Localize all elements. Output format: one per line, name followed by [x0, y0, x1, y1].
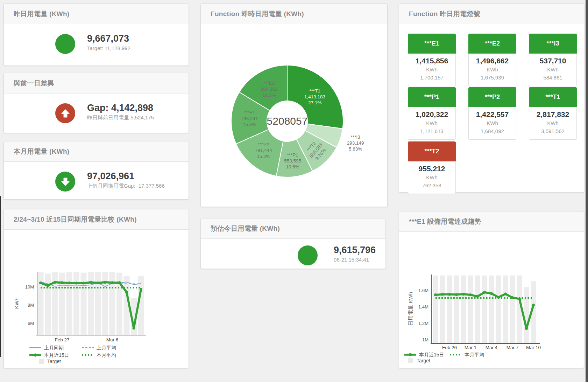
- panel-15day-comparison-chart: 2/24~3/10 近15日同期用電量比較 (KWh) 6M8M10MFeb 2…: [3, 209, 189, 368]
- x-tick-label: Mar 4: [486, 345, 498, 350]
- y-tick-label: 10M: [25, 284, 34, 290]
- tile-value: 537,710: [529, 56, 576, 65]
- stat-value: 9,615,796: [334, 245, 376, 255]
- status-dot-icon: [298, 245, 318, 265]
- series-point: [90, 281, 92, 284]
- tile-value: 955,212: [408, 164, 455, 173]
- tile-unit: KWh: [469, 65, 516, 74]
- legend-label: 本月近15日: [419, 352, 444, 357]
- panel-header: 2/24~3/10 近15日同期用電量比較 (KWh): [4, 209, 189, 230]
- legend-item[interactable]: 本月近15日: [404, 352, 444, 357]
- x-tick-label: Feb 26: [442, 345, 457, 350]
- window-edge: [0, 196, 1, 357]
- y-tick-label: 8M: [28, 303, 34, 308]
- tile-target: 1,700,157: [408, 74, 455, 82]
- dashboard: 昨日用電量 (KWh) 9,667,073 Target: 11,128,992…: [0, 0, 588, 382]
- tile-target: 1,684,092: [469, 127, 516, 135]
- panel-header: 昨日用電量 (KWh): [4, 4, 189, 24]
- tile-unit: KWh: [408, 65, 455, 74]
- tile-body: 2,817,832KWh3,591,562: [529, 107, 576, 139]
- e1-trend-line-chart: 1M1.2M1.4M1.6MFeb 26Mar 1Mar 4Mar 7Mar 1…: [399, 233, 584, 369]
- tile-target: 1,121,613: [408, 127, 455, 135]
- stat-value: Gap: 4,142,898: [87, 103, 154, 113]
- series-point: [504, 293, 507, 296]
- x-tick-label: Feb 27: [55, 337, 69, 342]
- legend-label: 上月平均: [97, 345, 116, 350]
- status-light-tile: ***P21,422,557KWh1,684,092: [468, 87, 516, 140]
- series-point: [75, 282, 78, 285]
- series-point: [497, 296, 500, 299]
- status-light-tile: ***T12,817,832KWh3,591,562: [529, 87, 577, 140]
- tile-unit: KWh: [469, 119, 516, 127]
- legend-item[interactable]: 本月平均: [82, 352, 116, 358]
- status-light-tile: ***T2955,212KWh762,358: [408, 141, 456, 194]
- y-tick-label: 1.6M: [418, 288, 428, 293]
- tile-body: 1,496,662KWh1,675,939: [469, 54, 516, 86]
- status-light-tile: ***I3537,710KWh584,861: [529, 34, 577, 86]
- panel-header: 與前一日差異: [4, 73, 189, 93]
- series-point: [47, 284, 49, 287]
- status-dot-icon: [55, 34, 75, 54]
- y-tick-label: 6M: [28, 321, 34, 326]
- status-light-tile: ***E11,415,856KWh1,700,157: [408, 34, 456, 86]
- panel-title: 本月用電量 (KWh): [14, 147, 70, 156]
- target-bar: [433, 276, 438, 343]
- tile-value: 1,020,322: [408, 110, 455, 119]
- series-point: [104, 281, 107, 284]
- series-point: [518, 298, 521, 300]
- target-bar: [510, 276, 515, 343]
- series-point: [469, 293, 472, 296]
- tile-unit: KWh: [529, 119, 576, 127]
- target-bar: [454, 276, 459, 343]
- tile-status-header: ***E2: [468, 34, 516, 54]
- panel-day-gap: 與前一日差異 Gap: 4,142,898 昨日與前日用電量 5,524,175: [3, 73, 189, 133]
- tile-value: 1,422,557: [469, 110, 516, 119]
- target-bar: [45, 273, 51, 335]
- series-point: [82, 282, 85, 285]
- legend-item[interactable]: 上月同期: [29, 345, 64, 350]
- series-point: [125, 291, 128, 294]
- target-bar: [440, 276, 445, 343]
- scrollbar[interactable]: [586, 0, 588, 382]
- legend-item[interactable]: 本月平均: [450, 352, 484, 357]
- panel-today-estimate: 預估今日用電量 (KWh) 9,615,796 06-21 15:34:41: [200, 218, 386, 269]
- panel-title: 預估今日用電量 (KWh): [211, 224, 280, 233]
- series-point: [476, 295, 479, 298]
- panel-realtime-donut: Function 即時日用電量 (KWh) ***T11,413,18327.1…: [200, 4, 388, 207]
- target-bar: [475, 276, 480, 343]
- arrow-up-icon: [55, 103, 75, 123]
- donut-center-total: 5208057: [267, 115, 308, 127]
- series-point: [490, 292, 493, 295]
- realtime-donut-chart: ***T11,413,18327.1%***I3293,1495.63%***T…: [201, 28, 387, 207]
- tile-target: 1,675,939: [469, 74, 516, 82]
- target-bar: [489, 276, 494, 343]
- stat-value: 9,667,073: [87, 33, 130, 44]
- series-point: [39, 282, 42, 284]
- tile-body: 537,710KWh584,861: [529, 54, 576, 86]
- target-bar: [468, 276, 473, 343]
- legend-item[interactable]: Target: [39, 359, 61, 364]
- panel-header: Function 即時日用電量 (KWh): [201, 4, 387, 24]
- donut-slice-label: ***I3293,1495.63%: [347, 134, 364, 152]
- series-point: [448, 293, 451, 296]
- series-point: [97, 282, 99, 284]
- tile-status-header: ***T2: [408, 141, 456, 161]
- stat-subtitle: 上個月同期用電Gap: -17,377,566: [87, 183, 165, 189]
- legend-item[interactable]: Target: [408, 358, 430, 363]
- legend-item[interactable]: 本月近15日: [29, 352, 69, 358]
- x-tick-label: Mar 7: [506, 345, 519, 350]
- panel-header: 預估今日用電量 (KWh): [201, 218, 385, 239]
- y-tick-label: 1.2M: [418, 321, 428, 326]
- legend-item[interactable]: 上月平均: [82, 345, 116, 350]
- panel-header: ***E1 設備用電達成趨勢: [399, 211, 584, 232]
- target-bar: [524, 287, 529, 343]
- tile-value: 1,415,856: [408, 56, 455, 65]
- series-point: [483, 291, 486, 294]
- panel-title: Function 昨日用電燈號: [409, 9, 480, 19]
- target-bar: [482, 276, 487, 343]
- panel-yesterday-usage: 昨日用電量 (KWh) 9,667,073 Target: 11,128,992: [3, 4, 189, 66]
- y-tick-label: 1M: [422, 337, 428, 342]
- stat-subtitle: 昨日與前日用電量 5,524,175: [87, 114, 154, 121]
- panel-title: ***E1 設備用電達成趨勢: [409, 217, 481, 226]
- legend-square-swatch: [408, 358, 413, 363]
